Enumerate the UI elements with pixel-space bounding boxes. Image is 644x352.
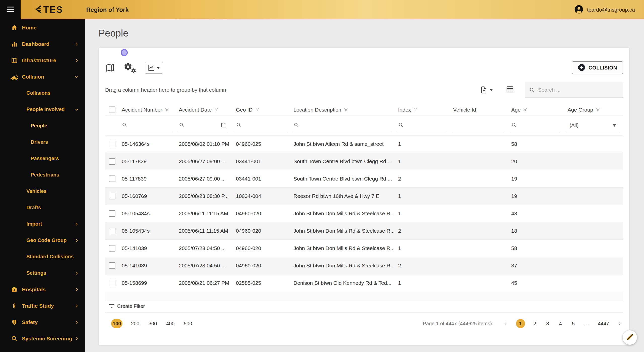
column-header-location[interactable]: Location Description — [291, 104, 396, 116]
page-button-2[interactable]: 2 — [532, 321, 538, 327]
table-row[interactable]: 05-141039 2005/07/28 04:50 ... 04960-020… — [105, 257, 623, 274]
page-button-last[interactable]: 4447 — [598, 321, 609, 327]
filter-vehicle-id[interactable] — [451, 116, 509, 135]
row-checkbox[interactable] — [109, 158, 115, 165]
cell-age-group — [565, 274, 623, 292]
sidebar-item-safety[interactable]: Safety — [0, 314, 85, 330]
sidebar-item-partial[interactable] — [0, 347, 85, 352]
page-size-300[interactable]: 300 — [148, 321, 158, 327]
settings-gears-icon[interactable] — [124, 62, 136, 74]
row-checkbox[interactable] — [109, 193, 115, 199]
table-row[interactable]: 05-117839 2005/06/27 09:00 ... 03441-001… — [105, 153, 623, 170]
sidebar-item-home[interactable]: Home — [0, 19, 85, 36]
column-header-age-group[interactable]: Age Group — [565, 104, 623, 116]
sidebar-item-systemic-screening[interactable]: Systemic Screening — [0, 330, 85, 347]
show-map-icon[interactable] — [105, 63, 115, 72]
prev-page-button[interactable] — [502, 320, 509, 327]
dropdown-caret-icon[interactable] — [613, 123, 616, 128]
page-button-3[interactable]: 3 — [545, 321, 551, 327]
table-row[interactable]: 05-146364s 2005/08/02 01:10 PM 04960-025… — [105, 135, 623, 153]
filter-location[interactable] — [291, 116, 396, 135]
sidebar-item-dashboard[interactable]: Dashboard — [0, 36, 85, 52]
header-filter-icon[interactable] — [344, 107, 348, 113]
filter-index[interactable] — [396, 116, 451, 135]
menu-button[interactable] — [0, 0, 21, 19]
row-checkbox[interactable] — [109, 141, 115, 147]
column-chooser-button[interactable] — [506, 85, 514, 94]
table-row[interactable]: 05-160769 2005/08/23 08:30 P... 10634-00… — [105, 187, 623, 205]
horizontal-scroll-strip[interactable] — [105, 292, 623, 300]
edit-fab[interactable] — [623, 330, 637, 345]
sidebar-item-drivers[interactable]: Drivers — [0, 134, 85, 150]
page-size-400[interactable]: 400 — [165, 321, 175, 327]
sidebar-item-pedestrians[interactable]: Pedestrians — [0, 167, 85, 183]
create-filter-button[interactable]: Create Filter — [105, 300, 623, 312]
column-header-vehicle-id[interactable]: Vehicle Id — [451, 104, 509, 116]
header-filter-icon[interactable] — [165, 107, 169, 113]
cell-index: 1 — [396, 187, 451, 205]
search-input[interactable] — [538, 87, 619, 93]
sidebar-item-label: Geo Code Group — [26, 237, 67, 243]
row-checkbox[interactable] — [109, 175, 115, 182]
sidebar-item-import[interactable]: Import — [0, 216, 85, 232]
row-checkbox[interactable] — [109, 228, 115, 234]
filter-age-group[interactable]: (All) — [565, 116, 623, 135]
sidebar-item-people-involved[interactable]: People Involved — [0, 101, 85, 118]
column-header-accident-date[interactable]: Accident Date — [176, 104, 233, 116]
table-row[interactable]: 05-158699 2005/08/21 06:27 PM 02585-025 … — [105, 274, 623, 292]
column-header-accident-number[interactable]: Accident Number — [119, 104, 176, 116]
header-filter-icon[interactable] — [413, 107, 418, 113]
sidebar-item-standard-collisions[interactable]: Standard Collisions — [0, 249, 85, 265]
sidebar-item-collisions[interactable]: Collisions — [0, 85, 85, 101]
page-size-100[interactable]: 100 — [111, 319, 122, 328]
add-collision-button[interactable]: COLLISION — [572, 61, 623, 74]
column-header-geo-id[interactable]: Geo ID — [233, 104, 291, 116]
select-all-checkbox[interactable] — [109, 107, 115, 113]
filter-geo-id[interactable] — [233, 116, 291, 135]
sidebar-item-people[interactable]: People — [0, 118, 85, 134]
table-row[interactable]: 05-117839 2005/06/27 09:00 ... 03441-001… — [105, 170, 623, 187]
next-page-button[interactable] — [616, 320, 623, 327]
row-checkbox[interactable] — [109, 262, 115, 269]
filter-accident-date[interactable] — [176, 116, 233, 135]
column-header-age[interactable]: Age — [509, 104, 565, 116]
calendar-icon[interactable] — [221, 122, 227, 129]
sidebar-item-hospitals[interactable]: Hospitals — [0, 281, 85, 298]
page-button-5[interactable]: 5 — [570, 321, 576, 327]
header-filter-icon[interactable] — [214, 107, 219, 113]
row-checkbox[interactable] — [109, 245, 115, 252]
grid-search[interactable] — [525, 82, 623, 97]
header-filter-icon[interactable] — [596, 107, 600, 113]
sidebar-item-vehicles[interactable]: Vehicles — [0, 183, 85, 199]
group-panel-hint[interactable]: Drag a column header here to group by th… — [105, 87, 226, 93]
page-button-4[interactable]: 4 — [557, 321, 564, 327]
chart-dropdown-button[interactable] — [145, 62, 163, 74]
page-size-200[interactable]: 200 — [130, 321, 140, 327]
filter-age[interactable] — [509, 116, 565, 135]
app-logo[interactable]: TES — [35, 5, 63, 15]
export-button[interactable] — [480, 86, 493, 94]
sidebar-item-collision[interactable]: Collision — [0, 68, 85, 85]
sidebar-item-geo-code-group[interactable]: Geo Code Group — [0, 232, 85, 249]
table-row[interactable]: 05-105434s 2005/06/11 11:15 AM 04960-020… — [105, 222, 623, 239]
search-icon — [179, 122, 184, 129]
sidebar-item-infrastructure[interactable]: Infrastructure — [0, 52, 85, 68]
user-menu[interactable]: tpardo@tnsgroup.ca — [574, 5, 635, 15]
row-checkbox[interactable] — [109, 210, 115, 217]
sidebar-item-settings[interactable]: Settings — [0, 265, 85, 281]
header-filter-icon[interactable] — [255, 107, 260, 113]
sidebar-item-passengers[interactable]: Passengers — [0, 150, 85, 167]
page-button-1[interactable]: 1 — [516, 319, 525, 328]
age-group-select-value[interactable]: (All) — [568, 122, 579, 128]
sidebar-item-drafts[interactable]: Drafts — [0, 199, 85, 216]
table-row[interactable]: 05-105434s 2005/06/11 11:15 AM 04960-020… — [105, 205, 623, 222]
header-filter-icon[interactable] — [523, 107, 527, 113]
row-checkbox[interactable] — [109, 280, 115, 286]
sidebar-item-traffic-study[interactable]: Traffic Study — [0, 298, 85, 314]
page-size-500[interactable]: 500 — [183, 321, 193, 327]
cell-index: 2 — [396, 222, 451, 239]
filter-accident-number[interactable] — [119, 116, 176, 135]
table-row[interactable]: 05-141039 2005/07/28 04:50 ... 04960-020… — [105, 239, 623, 257]
chevron-right-icon — [74, 336, 79, 341]
column-header-index[interactable]: Index — [396, 104, 451, 116]
